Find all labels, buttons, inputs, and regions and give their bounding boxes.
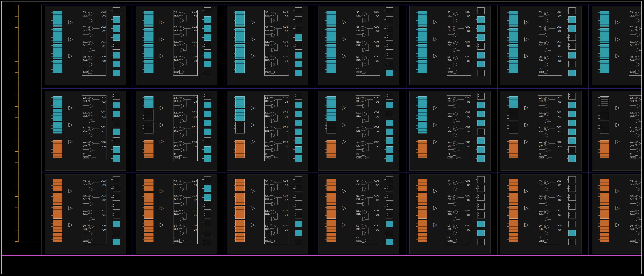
flipflop-square[interactable] <box>295 25 302 32</box>
flipflop-square[interactable] <box>112 120 120 126</box>
buffer-gate-icon[interactable]: ▷ <box>524 205 528 211</box>
register-block[interactable] <box>326 140 336 158</box>
flipflop-square[interactable] <box>295 176 302 183</box>
flipflop-square[interactable] <box>386 120 393 126</box>
buffer-gate-icon[interactable]: ▷ <box>160 105 164 110</box>
register-block[interactable] <box>418 60 427 73</box>
flipflop-square[interactable] <box>295 111 302 117</box>
buffer-gate-icon[interactable]: ▷ <box>524 188 528 194</box>
slice-tile[interactable]: ▷▷▷ <box>318 91 399 171</box>
carry4-cell[interactable]: S3DI3S2DI2S1DI1S0DI0CICYINIT CO3O3CO2O2C… <box>356 95 380 161</box>
flipflop-square[interactable] <box>295 120 302 126</box>
flipflop-square[interactable] <box>204 221 211 227</box>
flipflop-square[interactable] <box>386 43 393 50</box>
register-block[interactable] <box>509 206 518 218</box>
flipflop-square[interactable] <box>568 128 576 135</box>
register-block[interactable] <box>418 220 427 232</box>
flipflop-square[interactable] <box>112 16 120 23</box>
buffer-gate-icon[interactable]: ▷ <box>616 138 620 144</box>
carry4-cell[interactable]: S3DI3S2DI2S1DI1S0DI0CICYINIT CO3O3CO2O2C… <box>356 10 380 76</box>
flipflop-square[interactable] <box>112 212 120 218</box>
buffer-gate-icon[interactable]: ▷ <box>68 138 73 144</box>
flipflop-square[interactable] <box>112 176 120 183</box>
buffer-gate-icon[interactable]: ▷ <box>524 105 528 110</box>
flipflop-square[interactable] <box>568 176 576 183</box>
flipflop-square[interactable] <box>112 102 120 108</box>
flipflop-square[interactable] <box>477 155 484 162</box>
flipflop-square[interactable] <box>204 203 211 210</box>
flipflop-square[interactable] <box>477 203 484 210</box>
flipflop-square[interactable] <box>386 34 393 41</box>
buffer-gate-icon[interactable]: ▷ <box>68 205 73 211</box>
slice-tile[interactable]: ▷▷▷ <box>318 6 399 85</box>
buffer-gate-icon[interactable]: ▷ <box>68 53 73 58</box>
flipflop-square[interactable] <box>386 185 393 192</box>
flipflop-square[interactable] <box>477 93 484 100</box>
register-block[interactable] <box>418 140 427 158</box>
flipflop-square[interactable] <box>386 70 393 76</box>
register-block[interactable] <box>600 60 609 73</box>
register-block[interactable] <box>326 109 336 121</box>
buffer-gate-icon[interactable]: ▷ <box>251 53 255 58</box>
register-block[interactable] <box>235 179 245 192</box>
register-block[interactable] <box>53 44 62 59</box>
flipflop-square[interactable] <box>112 43 120 50</box>
flipflop-square[interactable] <box>568 34 576 41</box>
register-block[interactable] <box>509 233 518 242</box>
carry4-cell[interactable]: S3DI3S2DI2S1DI1S0DI0CICYINIT CO3O3CO2O2C… <box>629 10 642 76</box>
flipflop-square[interactable] <box>204 146 211 153</box>
buffer-gate-icon[interactable]: ▷ <box>616 222 620 227</box>
slice-tile[interactable]: ▷▷▷ <box>227 91 308 171</box>
flipflop-square[interactable] <box>477 221 484 227</box>
flipflop-square[interactable] <box>568 146 576 153</box>
flipflop-square[interactable] <box>112 93 120 100</box>
flipflop-square[interactable] <box>112 70 120 76</box>
buffer-gate-icon[interactable]: ▷ <box>433 122 437 127</box>
carry4-cell[interactable]: S3DI3S2DI2S1DI1S0DI0CICYINIT CO3O3CO2O2C… <box>264 179 289 244</box>
register-block[interactable] <box>235 109 245 121</box>
flipflop-square[interactable] <box>386 16 393 23</box>
register-block[interactable] <box>53 11 62 26</box>
slice-tile[interactable]: ▷▷▷ <box>45 91 126 171</box>
carry4-cell[interactable]: S3DI3S2DI2S1DI1S0DI0CICYINIT CO3O3CO2O2C… <box>82 95 106 161</box>
flipflop-square[interactable] <box>568 111 576 117</box>
flipflop-square[interactable] <box>477 146 484 153</box>
register-block[interactable] <box>235 96 245 108</box>
register-block[interactable] <box>600 44 609 59</box>
carry4-cell[interactable]: S3DI3S2DI2S1DI1S0DI0CICYINIT CO3O3CO2O2C… <box>538 10 562 76</box>
flipflop-square[interactable] <box>112 128 120 135</box>
flipflop-square[interactable] <box>386 176 393 183</box>
register-block[interactable] <box>53 233 62 242</box>
buffer-gate-icon[interactable]: ▷ <box>524 36 528 42</box>
flipflop-square[interactable] <box>295 8 302 14</box>
flipflop-square[interactable] <box>204 176 211 183</box>
buffer-gate-icon[interactable]: ▷ <box>68 36 73 42</box>
register-block[interactable] <box>600 193 609 205</box>
carry4-cell[interactable]: S3DI3S2DI2S1DI1S0DI0CICYINIT CO3O3CO2O2C… <box>173 95 198 161</box>
buffer-gate-icon[interactable]: ▷ <box>160 122 164 127</box>
flipflop-square[interactable] <box>112 146 120 153</box>
slice-tile[interactable]: ▷▷▷ <box>227 6 308 85</box>
flipflop-square[interactable] <box>112 8 120 14</box>
carry4-cell[interactable]: S3DI3S2DI2S1DI1S0DI0CICYINIT CO3O3CO2O2C… <box>629 179 642 244</box>
register-block[interactable] <box>235 220 245 232</box>
slice-tile[interactable]: ▷▷▷ <box>592 91 642 171</box>
register-block[interactable] <box>144 233 154 242</box>
buffer-gate-icon[interactable]: ▷ <box>433 138 437 144</box>
buffer-gate-icon[interactable]: ▷ <box>342 205 346 211</box>
flipflop-square[interactable] <box>112 34 120 41</box>
flipflop-square[interactable] <box>204 34 211 41</box>
register-block[interactable] <box>509 60 518 73</box>
slice-tile[interactable]: ▷▷▷ <box>227 174 308 254</box>
buffer-gate-icon[interactable]: ▷ <box>160 205 164 211</box>
buffer-gate-icon[interactable]: ▷ <box>251 222 255 227</box>
buffer-gate-icon[interactable]: ▷ <box>616 122 620 127</box>
flipflop-square[interactable] <box>204 120 211 126</box>
buffer-gate-icon[interactable]: ▷ <box>616 188 620 194</box>
buffer-gate-icon[interactable]: ▷ <box>160 188 164 194</box>
flipflop-square[interactable] <box>112 138 120 144</box>
flipflop-square[interactable] <box>477 194 484 201</box>
flipflop-square[interactable] <box>568 43 576 50</box>
register-block[interactable] <box>326 122 336 134</box>
register-block[interactable] <box>326 206 336 218</box>
